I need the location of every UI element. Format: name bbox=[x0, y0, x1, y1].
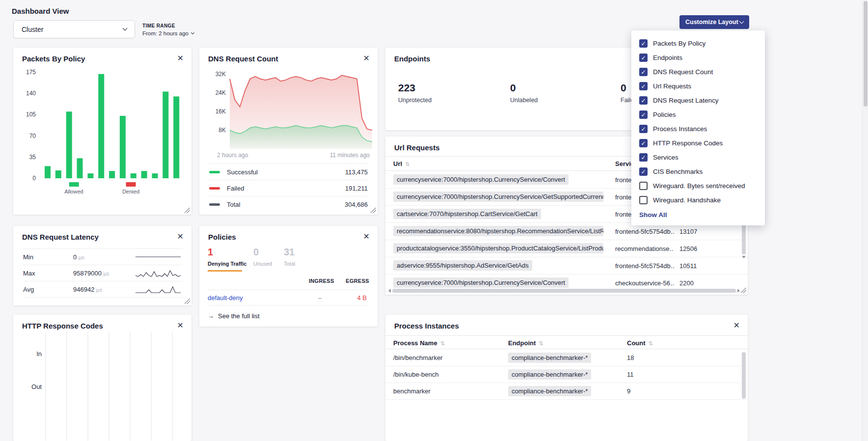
close-icon[interactable]: ✕ bbox=[177, 322, 184, 330]
policy-egress-value: 4 B bbox=[357, 294, 367, 302]
card-title: DNS Request Count bbox=[208, 55, 278, 63]
customize-menu-item[interactable]: ✓Url Requests bbox=[639, 79, 757, 93]
column-header-process-name[interactable]: Process Name⇅ bbox=[393, 339, 445, 347]
resize-handle[interactable] bbox=[371, 208, 376, 213]
customize-menu-item[interactable]: ✓Endpoints bbox=[639, 51, 757, 65]
legend-value: 191,211 bbox=[345, 185, 368, 192]
show-all-link[interactable]: Show All bbox=[639, 211, 757, 219]
stat-label: Denying Traffic bbox=[208, 261, 246, 267]
column-header-url[interactable]: Url⇅ bbox=[393, 160, 409, 167]
endpoint-pill: compliance-benchmarker-* bbox=[508, 386, 591, 396]
count-cell: 12506 bbox=[679, 245, 697, 252]
close-icon[interactable]: ✕ bbox=[177, 55, 184, 62]
dns-count-x-labels: 2 hours ago 11 minutes ago bbox=[217, 152, 370, 159]
customize-menu-item[interactable]: ✓HTTP Response Codes bbox=[639, 136, 757, 150]
customize-menu-item[interactable]: Wireguard. Bytes sent/received bbox=[639, 179, 757, 193]
arrow-right-icon: → bbox=[208, 312, 214, 320]
checked-checkbox-icon[interactable]: ✓ bbox=[639, 167, 648, 176]
url-pill: adservice:9555/hipstershop.AdService/Get… bbox=[393, 260, 532, 271]
scroll-down-arrow[interactable] bbox=[742, 256, 746, 258]
stat-label: Unprotected bbox=[398, 97, 432, 104]
close-icon[interactable]: ✕ bbox=[363, 55, 370, 62]
checked-checkbox-icon[interactable]: ✓ bbox=[639, 153, 648, 162]
policy-name-link[interactable]: default-deny bbox=[208, 294, 243, 302]
process-name-cell: /bin/benchmarker bbox=[393, 354, 442, 361]
column-header-endpoint[interactable]: Endpoint⇅ bbox=[508, 339, 543, 347]
page-scrollbar[interactable] bbox=[862, 0, 868, 441]
resize-handle[interactable] bbox=[741, 288, 746, 293]
resize-handle[interactable] bbox=[185, 299, 190, 304]
stat-label: Unlabeled bbox=[510, 97, 538, 104]
stat-denying-traffic[interactable]: 1 Denying Traffic bbox=[208, 247, 246, 272]
page-scrollbar-thumb[interactable] bbox=[864, 1, 868, 107]
row-label-out: Out bbox=[22, 383, 42, 390]
customize-menu-item[interactable]: ✓Packets By Policy bbox=[639, 36, 757, 51]
endpoint-pill: compliance-benchmarker-* bbox=[508, 369, 591, 380]
url-cell: currencyservice:7000/hipstershop.Currenc… bbox=[393, 192, 603, 204]
customize-menu-item[interactable]: ✓Process Instances bbox=[639, 122, 757, 136]
scrollbar-thumb[interactable] bbox=[392, 289, 736, 293]
checked-checkbox-icon[interactable]: ✓ bbox=[639, 68, 648, 76]
scroll-right-arrow[interactable] bbox=[737, 289, 740, 293]
scroll-left-arrow[interactable] bbox=[388, 289, 391, 293]
resize-handle[interactable] bbox=[185, 208, 190, 213]
see-full-list-link[interactable]: → See the full list bbox=[208, 312, 260, 320]
legend-label: Failed bbox=[227, 185, 345, 192]
view-selector[interactable]: Cluster bbox=[13, 20, 135, 38]
svg-text:175: 175 bbox=[26, 69, 36, 76]
menu-item-label: CIS Benchmarks bbox=[653, 168, 703, 175]
vertical-scrollbar[interactable] bbox=[741, 352, 746, 438]
count-cell: 18 bbox=[627, 354, 634, 361]
customize-menu-item[interactable]: Wireguard. Handshake bbox=[639, 193, 757, 207]
url-pill: currencyservice:7000/hipstershop.Currenc… bbox=[393, 192, 603, 202]
close-icon[interactable]: ✕ bbox=[177, 233, 184, 241]
policies-table-header: INGRESS EGRESS bbox=[208, 278, 369, 290]
checked-checkbox-icon[interactable]: ✓ bbox=[639, 96, 648, 105]
menu-item-label: DNS Request Count bbox=[653, 68, 713, 76]
customize-menu-item[interactable]: ✓DNS Request Count bbox=[639, 65, 757, 79]
close-icon[interactable]: ✕ bbox=[733, 322, 740, 330]
menu-item-label: Endpoints bbox=[653, 54, 682, 61]
svg-text:105: 105 bbox=[26, 111, 36, 118]
latency-sparkline bbox=[134, 267, 183, 279]
checked-checkbox-icon[interactable]: ✓ bbox=[639, 39, 648, 48]
checked-checkbox-icon[interactable]: ✓ bbox=[639, 82, 648, 90]
close-icon[interactable]: ✕ bbox=[363, 233, 370, 241]
url-pill: recommendationservice:8080/hipstershop.R… bbox=[393, 226, 603, 236]
stat-unused[interactable]: 0 Unused bbox=[253, 247, 272, 267]
checked-checkbox-icon[interactable]: ✓ bbox=[639, 139, 648, 147]
customize-menu-item[interactable]: ✓CIS Benchmarks bbox=[639, 165, 757, 179]
latency-value: 0 µs bbox=[73, 253, 134, 261]
active-tab-underline bbox=[208, 270, 242, 272]
customize-menu-item[interactable]: ✓Policies bbox=[639, 108, 757, 122]
legend-label: Denied bbox=[122, 189, 139, 194]
card-title: Url Requests bbox=[394, 143, 440, 152]
stat-total[interactable]: 31 Total bbox=[284, 247, 295, 267]
chevron-down-icon bbox=[123, 26, 128, 31]
legend-denied: Denied bbox=[122, 182, 139, 194]
service-cell: recommendationse… bbox=[615, 245, 674, 252]
time-range-label: TIME RANGE bbox=[142, 23, 194, 28]
customize-layout-button[interactable]: Customize Layout bbox=[679, 15, 749, 29]
legend-label: Allowed bbox=[64, 189, 83, 194]
dns-request-latency-card: DNS Request Latency ✕ Min0 µsMax95879000… bbox=[13, 226, 191, 305]
x-label-start: 2 hours ago bbox=[217, 152, 248, 159]
time-range-value[interactable]: From: 2 hours ago bbox=[142, 30, 194, 36]
allowed-swatch-icon bbox=[69, 182, 79, 187]
row-label-in: In bbox=[22, 350, 42, 358]
column-header-count[interactable]: Count⇅ bbox=[627, 339, 653, 347]
customize-menu-item[interactable]: ✓Services bbox=[639, 150, 757, 165]
legend-allowed: Allowed bbox=[64, 182, 83, 194]
unchecked-checkbox-icon[interactable] bbox=[639, 182, 648, 190]
menu-item-label: Wireguard. Handshake bbox=[653, 196, 721, 204]
checked-checkbox-icon[interactable]: ✓ bbox=[639, 125, 648, 133]
customize-menu-item[interactable]: ✓DNS Request Latency bbox=[639, 93, 757, 108]
card-title: Packets By Policy bbox=[22, 55, 85, 63]
unchecked-checkbox-icon[interactable] bbox=[639, 196, 648, 204]
horizontal-scrollbar[interactable] bbox=[388, 288, 740, 293]
time-range[interactable]: TIME RANGE From: 2 hours ago bbox=[142, 23, 194, 36]
checked-checkbox-icon[interactable]: ✓ bbox=[639, 54, 648, 62]
http-codes-grid-chart bbox=[44, 331, 191, 441]
checked-checkbox-icon[interactable]: ✓ bbox=[639, 110, 648, 119]
scrollbar-thumb[interactable] bbox=[742, 352, 746, 399]
